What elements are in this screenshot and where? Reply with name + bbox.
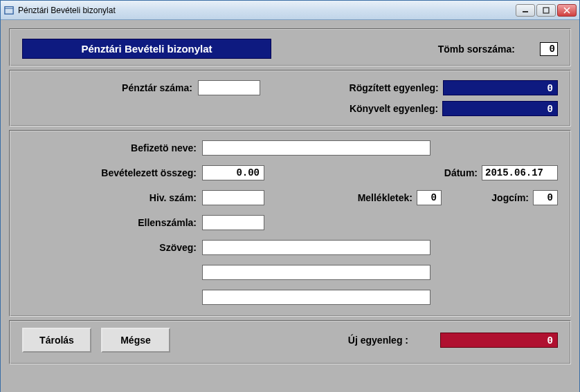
footer-panel: Tárolás Mégse Új egyenleg : 0 <box>9 320 571 364</box>
ellenszamla-label: Ellenszámla: <box>22 217 202 228</box>
rogzitett-egyenleg-label: Rögzített egyenleg: <box>321 82 443 93</box>
tomb-sorszama-label: Tömb sorszáma: <box>438 44 519 55</box>
minimize-button[interactable] <box>516 4 535 17</box>
mellekletek-label: Mellékletek: <box>313 192 417 203</box>
tomb-sorszama-value: 0 <box>540 42 558 56</box>
client-area: Pénztári Bevételi bizonylat Tömb sorszám… <box>1 20 579 392</box>
jogcim-input[interactable] <box>533 190 558 205</box>
ellenszamla-input[interactable] <box>202 215 264 230</box>
close-button[interactable] <box>557 4 577 17</box>
datum-input[interactable] <box>482 165 558 180</box>
bevetelezett-osszeg-label: Bevételezett összeg: <box>22 167 202 178</box>
form-panel: Befizetö neve: Bevételezett összeg: Dátu… <box>9 130 571 317</box>
datum-label: Dátum: <box>444 167 482 178</box>
befizeto-neve-label: Befizetö neve: <box>22 142 202 153</box>
window-controls <box>516 4 577 17</box>
befizeto-neve-input[interactable] <box>202 140 431 156</box>
header-panel: Pénztári Bevételi bizonylat Tömb sorszám… <box>9 28 571 66</box>
svg-rect-3 <box>543 8 549 13</box>
konyvelt-egyenleg-label: Könyvelt egyenleg: <box>320 103 442 114</box>
konyvelt-egyenleg-value: 0 <box>442 101 558 116</box>
maximize-button[interactable] <box>536 4 556 17</box>
rogzitett-egyenleg-value: 0 <box>443 80 558 95</box>
uj-egyenleg-label: Új egyenleg : <box>348 335 413 346</box>
szoveg-input-2[interactable] <box>202 265 431 280</box>
uj-egyenleg-value: 0 <box>440 333 558 348</box>
app-icon <box>3 5 15 16</box>
bevetelezett-osszeg-input[interactable] <box>202 165 264 180</box>
form-title: Pénztári Bevételi bizonylat <box>22 39 271 59</box>
jogcim-label: Jogcím: <box>491 192 533 203</box>
szoveg-input-1[interactable] <box>202 240 431 255</box>
hiv-szam-label: Hiv. szám: <box>22 192 202 203</box>
szoveg-input-3[interactable] <box>202 290 431 305</box>
balances-panel: Pénztár száma: Rögzített egyenleg: 0 Kön… <box>9 70 571 127</box>
hiv-szam-input[interactable] <box>202 190 264 205</box>
mellekletek-input[interactable] <box>417 190 442 205</box>
tarolas-button[interactable]: Tárolás <box>22 328 91 353</box>
window: Pénztári Bevételi bizonylat Pénztári Bev… <box>0 0 580 392</box>
penztar-szama-label: Pénztár száma: <box>22 82 198 93</box>
svg-rect-0 <box>5 6 13 14</box>
megse-button[interactable]: Mégse <box>101 328 170 353</box>
titlebar: Pénztári Bevételi bizonylat <box>1 1 579 20</box>
penztar-szama-input[interactable] <box>198 80 260 95</box>
szoveg-label: Szöveg: <box>22 242 202 253</box>
window-title: Pénztári Bevételi bizonylat <box>18 6 516 15</box>
